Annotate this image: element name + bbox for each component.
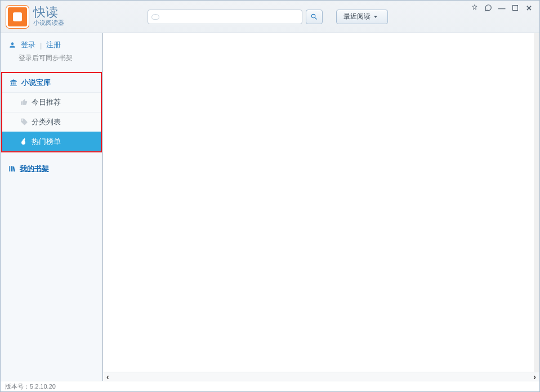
content-area: ‹ › bbox=[103, 33, 539, 381]
status-bar: 版本号：5.2.10.20 bbox=[1, 381, 539, 391]
chevron-down-icon bbox=[374, 16, 377, 18]
version-label: 版本号： bbox=[5, 383, 30, 390]
login-link[interactable]: 登录 bbox=[21, 40, 35, 50]
close-button[interactable]: ✕ bbox=[525, 4, 533, 12]
minimize-button[interactable]: — bbox=[498, 4, 506, 12]
nav-item-today-recommend-label: 今日推荐 bbox=[32, 97, 61, 107]
app-logo bbox=[6, 6, 29, 28]
app-subtitle: 小说阅读器 bbox=[33, 19, 64, 27]
tag-icon bbox=[20, 118, 28, 126]
search-button[interactable] bbox=[306, 10, 323, 24]
nav-item-category-list[interactable]: 分类列表 bbox=[2, 112, 101, 132]
content-inner bbox=[103, 33, 539, 372]
user-icon bbox=[8, 41, 16, 49]
chat-icon[interactable] bbox=[484, 4, 492, 12]
search-input[interactable] bbox=[162, 13, 298, 21]
divider: | bbox=[40, 41, 42, 49]
recent-read-label: 最近阅读 bbox=[343, 12, 371, 21]
search-icon bbox=[310, 13, 318, 21]
login-hint: 登录后可同步书架 bbox=[1, 52, 102, 72]
logo-block: 快读 小说阅读器 bbox=[1, 6, 64, 28]
app-title: 快读 bbox=[33, 6, 64, 19]
scroll-left-arrow[interactable]: ‹ bbox=[106, 372, 109, 381]
feedback-icon[interactable] bbox=[471, 4, 479, 12]
maximize-button[interactable] bbox=[511, 4, 519, 12]
version-value: 5.2.10.20 bbox=[30, 383, 56, 390]
vertical-scrollbar[interactable] bbox=[534, 33, 539, 372]
library-icon bbox=[9, 79, 18, 87]
fire-icon bbox=[20, 138, 28, 146]
nav-item-hot-rankings-label: 热门榜单 bbox=[32, 137, 61, 147]
scroll-right-arrow[interactable]: › bbox=[533, 372, 536, 381]
window-controls: — ✕ bbox=[471, 1, 539, 12]
login-row: 登录 | 注册 bbox=[1, 33, 102, 52]
bookshelf-icon bbox=[7, 165, 16, 173]
register-link[interactable]: 注册 bbox=[46, 40, 61, 50]
section-novel-library-label: 小说宝库 bbox=[21, 78, 51, 88]
cloud-icon bbox=[151, 14, 160, 20]
nav-item-hot-rankings[interactable]: 热门榜单 bbox=[2, 132, 101, 151]
section-my-bookshelf-label: 我的书架 bbox=[20, 164, 49, 174]
recent-read-button[interactable]: 最近阅读 bbox=[336, 10, 388, 24]
title-bar: 快读 小说阅读器 最近阅读 — ✕ bbox=[1, 1, 539, 33]
horizontal-scrollbar[interactable]: ‹ › bbox=[103, 372, 539, 381]
section-my-bookshelf[interactable]: 我的书架 bbox=[1, 159, 102, 178]
nav-item-today-recommend[interactable]: 今日推荐 bbox=[2, 92, 101, 112]
thumb-icon bbox=[20, 98, 28, 106]
nav-item-category-list-label: 分类列表 bbox=[32, 117, 61, 127]
search-box[interactable] bbox=[148, 10, 302, 24]
highlight-box: 小说宝库 今日推荐 分类列表 热门榜单 bbox=[1, 72, 102, 152]
section-novel-library[interactable]: 小说宝库 bbox=[2, 73, 101, 92]
sidebar: 登录 | 注册 登录后可同步书架 小说宝库 今日推荐 分类列表 热门榜单 bbox=[1, 33, 103, 381]
